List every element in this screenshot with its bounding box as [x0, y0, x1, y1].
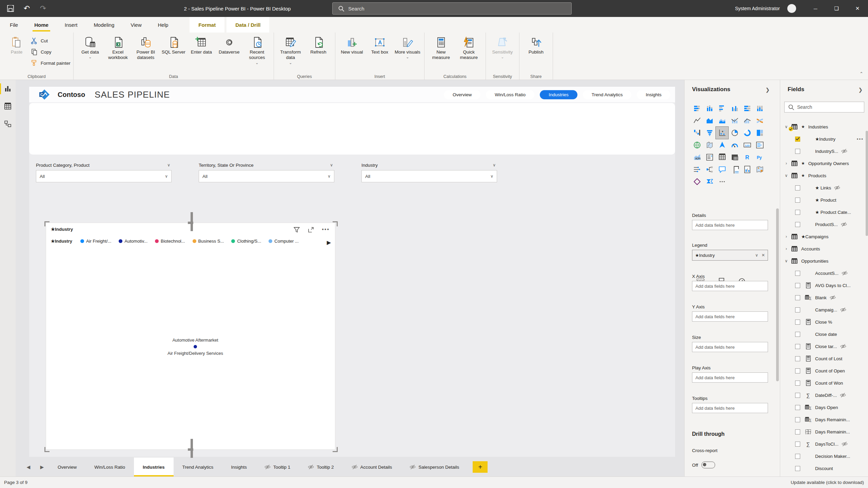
ribbon-tab-view[interactable]: View	[127, 17, 144, 33]
drag-handle[interactable]	[191, 212, 193, 231]
checkbox[interactable]	[795, 222, 800, 227]
nav-pill-insights[interactable]: Insights	[637, 90, 670, 99]
checkbox-checked[interactable]	[795, 137, 800, 142]
field-row--links[interactable]: ★ Links	[780, 182, 868, 194]
page-tab-salesperson-details[interactable]: Salesperson Details	[401, 458, 468, 476]
nav-pill-trend-analytics[interactable]: Trend Analytics	[583, 90, 632, 99]
chevron-down-icon[interactable]: ∨	[755, 253, 758, 258]
page-tab-industries[interactable]: Industries	[134, 458, 174, 476]
legend-scroll-icon[interactable]: ▶	[327, 239, 331, 246]
well-dropzone[interactable]: Add data fields here	[692, 281, 768, 291]
table-icon[interactable]	[716, 151, 728, 163]
scatter-dot[interactable]	[194, 345, 197, 348]
nav-pill-win-loss-ratio[interactable]: Win/Loss Ratio	[486, 90, 534, 99]
chevron-right-icon[interactable]: ›	[784, 161, 789, 166]
drag-handle[interactable]	[191, 439, 193, 458]
page-tab-trend-analytics[interactable]: Trend Analytics	[174, 458, 222, 476]
checkbox[interactable]	[795, 454, 800, 459]
field-row-count-of-lost[interactable]: Count of Lost	[780, 352, 868, 365]
legend-item[interactable]: Business S...	[193, 239, 224, 244]
table-row-products[interactable]: ∨★Products	[780, 169, 868, 182]
field-row-blank[interactable]: ∑Blank	[780, 291, 868, 304]
gauge-icon[interactable]	[728, 139, 741, 151]
update-available-link[interactable]: Update available (click to download)	[791, 480, 864, 485]
collapse-pane-icon[interactable]: ❯	[765, 87, 770, 93]
checkbox[interactable]	[795, 149, 800, 154]
filter-dropdown[interactable]: All∨	[199, 170, 334, 182]
legend-item[interactable]: Biotechnol...	[155, 239, 185, 244]
new-visual-button[interactable]: New visual	[338, 34, 366, 55]
resize-handle[interactable]	[44, 447, 50, 452]
next-page-icon[interactable]: ▶	[35, 464, 49, 470]
smart-narrative-icon[interactable]	[728, 163, 741, 176]
collapse-ribbon-icon[interactable]: ⌃	[860, 71, 863, 76]
filter-dropdown[interactable]: All∨	[361, 170, 497, 182]
chevron-down-icon[interactable]: ∨	[784, 259, 789, 263]
key-influencers-icon[interactable]	[691, 163, 703, 176]
checkbox[interactable]	[795, 368, 800, 373]
checkbox[interactable]	[795, 283, 800, 288]
resize-handle[interactable]	[333, 447, 338, 452]
model-view-button[interactable]	[0, 115, 16, 133]
checkbox[interactable]	[795, 271, 800, 276]
chevron-down-icon[interactable]: ∨	[784, 173, 789, 178]
field-row-campaig-[interactable]: Campaig...	[780, 304, 868, 316]
quick-measure-button[interactable]: Quick measure	[455, 34, 483, 61]
page-tab-insights[interactable]: Insights	[222, 458, 256, 476]
more-options-icon[interactable]: •••	[322, 226, 330, 233]
ribbon-tab-modeling[interactable]: Modeling	[91, 17, 117, 33]
line-stacked-column-chart-icon[interactable]	[728, 115, 741, 127]
checkbox[interactable]	[795, 393, 800, 398]
enter-data-button[interactable]: Enter data	[188, 34, 215, 55]
transform-data-button[interactable]: Transform data⌄	[277, 34, 304, 65]
text-box-button[interactable]: AText box	[366, 34, 394, 55]
page-tab-account-details[interactable]: Account Details	[343, 458, 401, 476]
slicer-icon[interactable]	[703, 151, 716, 163]
table-row-opportunity-owners[interactable]: ›★Opportunity Owners	[780, 157, 868, 169]
more-options-icon[interactable]	[716, 176, 728, 188]
azure-map-icon[interactable]	[716, 139, 728, 151]
field-row-close-date[interactable]: Close date	[780, 328, 868, 340]
legend-item[interactable]: Air Freight/...	[80, 239, 111, 244]
nav-pill-overview[interactable]: Overview	[444, 90, 480, 99]
ribbon-tab-file[interactable]: File	[7, 17, 21, 33]
data-view-button[interactable]	[0, 98, 16, 115]
field-row-industrys-[interactable]: IndustryS...	[780, 145, 868, 157]
legend-item[interactable]: Clothing/S...	[231, 239, 261, 244]
paginated-report-icon[interactable]	[741, 163, 753, 176]
avatar[interactable]	[787, 4, 796, 13]
q-and-a-icon[interactable]	[716, 163, 728, 176]
funnel-chart-icon[interactable]	[703, 127, 716, 139]
get-data-button[interactable]: Get data⌄	[76, 34, 104, 60]
recent-sources-button[interactable]: Recent sources⌄	[243, 34, 271, 65]
checkbox[interactable]	[795, 381, 800, 386]
ribbon-tab-insert[interactable]: Insert	[62, 17, 81, 33]
table-row-opportunities[interactable]: ∨Opportunities	[780, 255, 868, 267]
field-row-discount[interactable]: Discount	[780, 462, 868, 474]
page-tab-win-loss-ratio[interactable]: Win/Loss Ratio	[85, 458, 134, 476]
refresh-button[interactable]: Refresh	[304, 34, 332, 55]
stacked-column-chart-icon[interactable]	[703, 102, 716, 115]
checkbox[interactable]	[795, 405, 800, 410]
restore-button[interactable]: ❏	[826, 0, 847, 17]
more-visuals-button[interactable]: More visuals⌄	[394, 34, 421, 60]
well-dropzone[interactable]: Add data fields here	[692, 220, 768, 230]
field-row-avg-days-to-cl-[interactable]: AVG Days to Cl...	[780, 279, 868, 291]
search-input[interactable]: Search	[332, 2, 572, 15]
fields-search-input[interactable]: Search	[784, 102, 864, 113]
field-row-count-of-open[interactable]: Count of Open	[780, 365, 868, 377]
chevron-right-icon[interactable]: ›	[784, 234, 789, 239]
decomposition-tree-icon[interactable]	[703, 163, 716, 176]
filled-map-icon[interactable]	[703, 139, 716, 151]
field-row-days-remainin-[interactable]: ∑Days Remainin...	[780, 413, 868, 426]
cut-button[interactable]: Cut	[31, 37, 71, 45]
map-icon[interactable]	[691, 139, 703, 151]
table-row--campaigns[interactable]: ›★Campaigns	[780, 230, 868, 243]
filter-dropdown[interactable]: All∨	[36, 170, 172, 182]
power-apps-icon[interactable]	[691, 176, 703, 188]
field-row-days-open[interactable]: ∑Days Open	[780, 401, 868, 413]
checkbox[interactable]	[795, 332, 800, 337]
field-row-close-%[interactable]: Close %	[780, 316, 868, 328]
remove-field-icon[interactable]: ✕	[762, 253, 765, 258]
checkbox[interactable]	[795, 185, 800, 190]
